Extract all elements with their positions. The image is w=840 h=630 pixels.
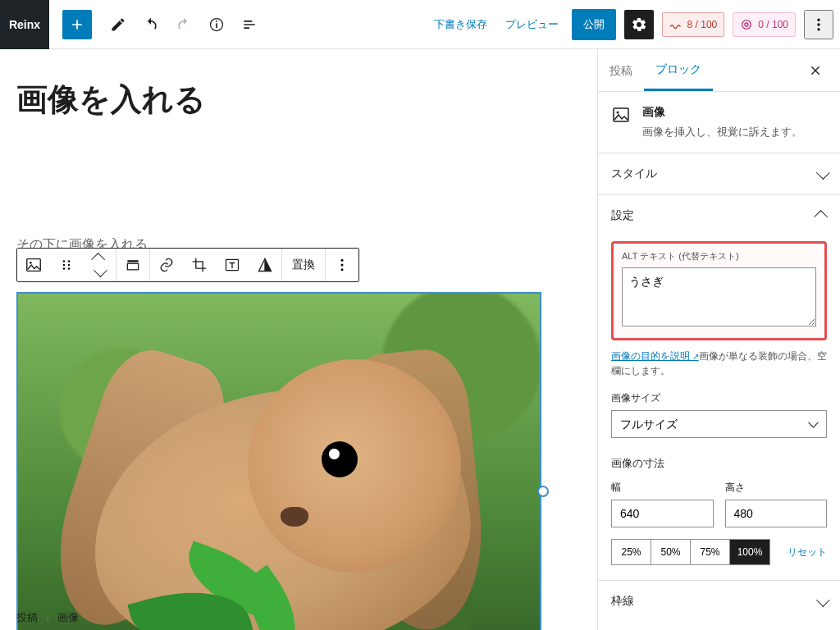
link-icon (158, 257, 175, 273)
section-border-label: 枠線 (611, 594, 634, 609)
svg-rect-16 (127, 260, 138, 262)
breadcrumb-root[interactable]: 投稿 (16, 610, 38, 625)
pct-100-button[interactable]: 100% (730, 540, 769, 564)
drag-handle-button[interactable] (50, 249, 83, 281)
svg-point-7 (817, 28, 819, 30)
svg-point-10 (63, 260, 65, 262)
gear-icon (631, 16, 647, 33)
svg-rect-22 (614, 108, 628, 121)
save-draft-button[interactable]: 下書き保存 (429, 12, 492, 37)
crop-icon (191, 257, 208, 273)
width-input[interactable] (611, 500, 714, 527)
list-view-button[interactable] (235, 10, 264, 39)
image-size-label: 画像サイズ (611, 391, 827, 405)
svg-point-21 (341, 268, 344, 271)
breadcrumb-separator: › (46, 612, 49, 624)
svg-point-20 (341, 264, 344, 267)
svg-point-3 (742, 20, 751, 29)
redo-icon (176, 16, 192, 33)
undo-button[interactable] (136, 10, 166, 39)
section-settings-header[interactable]: 設定 (598, 195, 840, 236)
section-border-header[interactable]: 枠線 (598, 581, 840, 622)
alt-help-link[interactable]: 画像の目的を説明 ↗ (611, 350, 699, 362)
svg-point-15 (68, 267, 70, 269)
image-size-select[interactable]: フルサイズ (611, 410, 827, 438)
external-link-icon: ↗ (690, 352, 699, 361)
svg-rect-17 (127, 263, 138, 270)
text-on-image-icon (224, 257, 240, 273)
svg-point-6 (817, 23, 819, 25)
svg-point-14 (63, 267, 65, 269)
align-button[interactable] (116, 249, 149, 281)
duotone-icon (257, 257, 273, 273)
image-block[interactable] (16, 292, 541, 630)
block-description: 画像を挿入し、視覚に訴えます。 (642, 125, 802, 139)
block-toolbar: 置換 (16, 248, 359, 282)
pct-75-button[interactable]: 75% (691, 540, 730, 564)
reset-dimensions-button[interactable]: リセット (788, 546, 827, 559)
replace-button[interactable]: 置換 (282, 249, 325, 281)
pencil-icon (110, 16, 126, 33)
duotone-button[interactable] (249, 249, 281, 281)
breadcrumb-leaf[interactable]: 画像 (57, 610, 79, 625)
image-icon (611, 105, 631, 125)
link-button[interactable] (150, 249, 183, 281)
align-icon (125, 257, 141, 273)
seo-readability-score: 8 / 100 (687, 19, 718, 30)
redo-button[interactable] (169, 10, 199, 39)
seo-analysis-badge[interactable]: 0 / 100 (733, 12, 796, 37)
svg-rect-8 (27, 259, 41, 272)
chevron-down-icon (94, 263, 107, 277)
block-header: 画像 画像を挿入し、視覚に訴えます。 (598, 92, 840, 153)
width-label: 幅 (611, 481, 714, 495)
svg-point-13 (68, 264, 70, 266)
section-style-header[interactable]: スタイル (598, 153, 840, 194)
tab-post[interactable]: 投稿 (598, 51, 644, 90)
pct-50-button[interactable]: 50% (651, 540, 691, 564)
image-icon (25, 256, 43, 274)
alt-text-help: 画像の目的を説明 ↗画像が単なる装飾の場合、空欄にします。 (611, 349, 827, 378)
wave-icon (669, 18, 682, 31)
svg-point-11 (68, 260, 70, 262)
block-more-button[interactable] (326, 249, 358, 281)
pct-25-button[interactable]: 25% (612, 540, 651, 564)
document-info-button[interactable] (202, 10, 231, 39)
topbar-left (49, 10, 429, 39)
text-overlay-button[interactable] (216, 249, 249, 281)
svg-rect-2 (216, 21, 217, 22)
post-title[interactable]: 画像を入れる (16, 79, 581, 121)
plus-icon (69, 16, 85, 33)
svg-point-9 (30, 262, 32, 264)
alt-text-input[interactable]: うさぎ (622, 267, 816, 326)
settings-toggle-button[interactable] (624, 10, 654, 39)
kebab-icon (810, 16, 827, 33)
info-icon (208, 16, 225, 33)
height-input[interactable] (725, 500, 828, 527)
sidebar-tabs: 投稿 ブロック (598, 49, 840, 92)
svg-point-12 (63, 264, 65, 266)
close-sidebar-button[interactable] (809, 57, 835, 84)
svg-rect-1 (216, 23, 217, 28)
edit-mode-button[interactable] (103, 10, 133, 39)
editor-canvas[interactable]: 画像を入れる その下に画像を入れる (0, 49, 597, 630)
move-buttons[interactable] (83, 249, 116, 281)
seo-readability-badge[interactable]: 8 / 100 (662, 12, 725, 37)
svg-point-5 (817, 18, 819, 21)
section-settings-label: 設定 (611, 208, 634, 223)
top-toolbar: Reinx 下書き保存 プレビュー 公開 8 / 100 (0, 0, 840, 49)
height-label: 高さ (725, 481, 828, 495)
publish-button[interactable]: 公開 (572, 9, 616, 40)
tab-block[interactable]: ブロック (644, 49, 713, 91)
add-block-button[interactable] (62, 10, 92, 39)
kebab-icon (334, 257, 350, 273)
crop-button[interactable] (183, 249, 216, 281)
brand-logo[interactable]: Reinx (0, 0, 49, 49)
preview-button[interactable]: プレビュー (500, 12, 564, 37)
resize-handle[interactable] (537, 486, 549, 497)
more-menu-button[interactable] (804, 10, 833, 39)
svg-point-19 (341, 259, 344, 262)
block-type-button[interactable] (17, 249, 50, 281)
section-style-label: スタイル (611, 167, 657, 181)
undo-icon (143, 16, 159, 33)
target-icon (740, 18, 753, 31)
